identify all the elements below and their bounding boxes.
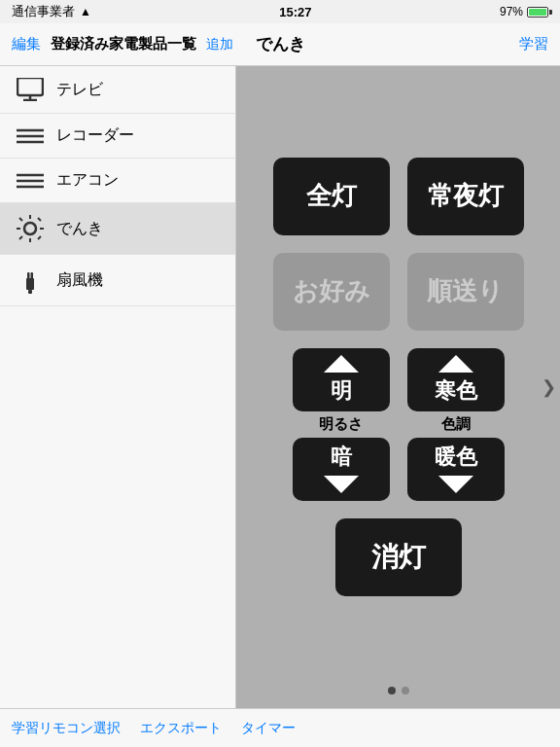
color-group: 寒色 色調 暖色 (407, 348, 505, 501)
sidebar-item-recorder[interactable]: レコーダー (0, 114, 235, 159)
row-main-lights: 全灯 常夜灯 (273, 158, 524, 235)
tv-icon (16, 78, 45, 101)
brightness-down-button[interactable]: 暗 (293, 438, 390, 501)
add-button[interactable]: 追加 (206, 36, 233, 53)
sidebar-item-aircon[interactable]: エアコン (0, 159, 235, 203)
nav-left: 編集 登録済み家電製品一覧 追加 (12, 35, 233, 53)
sequence-button[interactable]: 順送り (407, 253, 524, 331)
status-bar: 通信事業者 ▲ 15:27 97% (0, 0, 560, 23)
recorder-icon (16, 128, 45, 144)
svg-rect-19 (27, 272, 30, 279)
bottom-bar: 学習リモコン選択 エクスポート タイマー (0, 708, 560, 747)
row-adjust: 明 明るさ 暗 寒色 色調 暖色 (293, 348, 505, 501)
dots-indicator (388, 687, 409, 694)
battery-icon (527, 7, 548, 18)
night-light-button[interactable]: 常夜灯 (407, 158, 524, 235)
sidebar-item-fan[interactable]: 扇風機 (0, 255, 235, 306)
sidebar-label-light: でんき (56, 219, 103, 239)
dot-2 (402, 687, 409, 694)
learn-button[interactable]: 学習 (519, 35, 548, 53)
side-handle[interactable]: ❯ (538, 367, 560, 408)
main-layout: テレビ レコーダー エアコン (0, 66, 560, 708)
svg-line-15 (19, 236, 22, 239)
svg-point-17 (24, 223, 36, 234)
sidebar-label-recorder: レコーダー (56, 125, 134, 146)
svg-line-16 (38, 236, 41, 239)
fan-icon (16, 267, 45, 294)
nav-title-center: でんき (256, 33, 305, 55)
row-custom-seq: お好み 順送り (273, 253, 524, 331)
sidebar-label-tv: テレビ (56, 80, 103, 100)
cool-color-button[interactable]: 寒色 (407, 348, 505, 411)
svg-line-14 (38, 218, 41, 221)
svg-marker-22 (324, 355, 359, 373)
control-area: 全灯 常夜灯 お好み 順送り 明 明るさ 暗 寒色 色調 (236, 66, 560, 687)
svg-marker-24 (438, 355, 473, 373)
status-right: 97% (500, 5, 548, 18)
export-button[interactable]: エクスポート (140, 720, 222, 737)
brightness-up-button[interactable]: 明 (293, 348, 390, 411)
battery-percent: 97% (500, 5, 523, 18)
off-button[interactable]: 消灯 (335, 518, 462, 596)
svg-marker-25 (438, 476, 473, 493)
nav-bar: 編集 登録済み家電製品一覧 追加 でんき 学習 (0, 23, 560, 66)
color-label: 色調 (441, 415, 471, 434)
svg-rect-18 (26, 278, 34, 290)
carrier-label: 通信事業者 (12, 3, 75, 20)
brightness-label: 明るさ (319, 415, 363, 434)
svg-rect-0 (18, 78, 43, 95)
svg-marker-23 (324, 476, 359, 493)
brightness-group: 明 明るさ 暗 (293, 348, 390, 501)
timer-button[interactable]: タイマー (241, 720, 296, 737)
warm-color-button[interactable]: 暖色 (407, 438, 505, 501)
edit-button[interactable]: 編集 (12, 35, 41, 53)
status-time: 15:27 (279, 5, 311, 19)
wifi-icon: ▲ (80, 5, 91, 18)
svg-rect-21 (28, 290, 32, 294)
content-panel: 全灯 常夜灯 お好み 順送り 明 明るさ 暗 寒色 色調 (236, 66, 560, 708)
nav-title-left: 登録済み家電製品一覧 (51, 35, 196, 53)
sidebar-label-aircon: エアコン (56, 170, 119, 191)
aircon-icon (16, 173, 45, 189)
light-icon (16, 215, 45, 242)
learn-remote-button[interactable]: 学習リモコン選択 (12, 720, 121, 737)
svg-line-13 (19, 218, 22, 221)
dot-1 (388, 687, 396, 694)
sidebar-item-tv[interactable]: テレビ (0, 66, 235, 114)
all-light-button[interactable]: 全灯 (273, 158, 390, 235)
custom-button[interactable]: お好み (273, 253, 390, 331)
svg-rect-20 (31, 272, 34, 279)
sidebar: テレビ レコーダー エアコン (0, 66, 236, 708)
status-left: 通信事業者 ▲ (12, 3, 91, 20)
sidebar-label-fan: 扇風機 (56, 270, 103, 291)
sidebar-item-light[interactable]: でんき (0, 203, 235, 255)
row-off: 消灯 (335, 518, 462, 596)
